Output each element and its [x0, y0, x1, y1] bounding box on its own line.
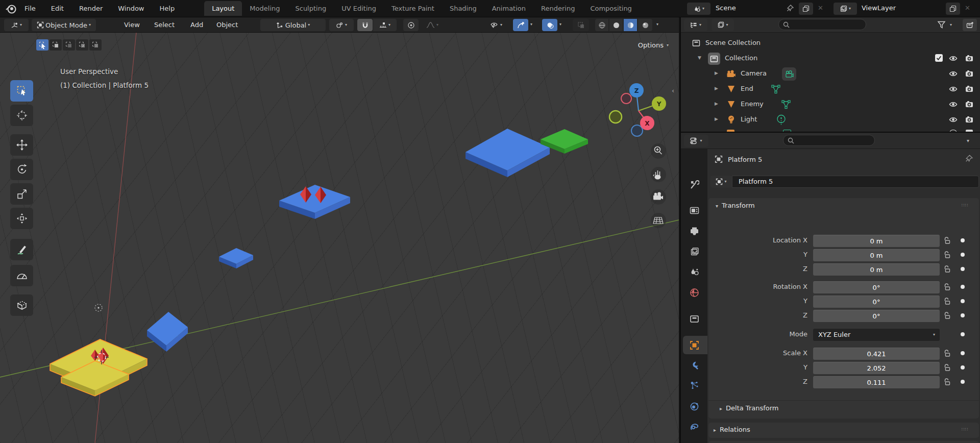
pivot-point-dropdown[interactable]: ▾ [329, 19, 354, 31]
move-tool[interactable] [10, 134, 33, 156]
properties-editor-type-button[interactable]: ▾ [684, 135, 708, 147]
transform-panel-header[interactable]: ▾Transform [716, 202, 755, 209]
select-mode-set[interactable] [36, 39, 48, 51]
properties-options-chevron[interactable]: ▾ [967, 138, 969, 143]
shading-dropdown-chevron[interactable]: ▾ [656, 22, 658, 27]
tab-collection[interactable] [688, 313, 700, 325]
tab-compositing[interactable]: Compositing [582, 1, 640, 16]
outliner-search-input[interactable] [778, 19, 866, 30]
scale-z-field[interactable]: 0.111 [813, 376, 940, 388]
tab-modeling[interactable]: Modeling [242, 1, 287, 16]
tab-physics[interactable] [688, 400, 700, 412]
select-box-tool[interactable] [10, 80, 33, 102]
location-z-field[interactable]: 0 m [813, 263, 940, 276]
hide-eye-icon[interactable] [948, 115, 958, 125]
transform-tool[interactable] [10, 208, 33, 229]
menu-select[interactable]: Select [154, 21, 175, 29]
filter-icon[interactable] [937, 20, 946, 29]
rotate-tool[interactable] [10, 159, 33, 180]
collapse-icon[interactable]: ▶ [715, 116, 718, 121]
outliner-item-label[interactable]: End [741, 85, 753, 92]
lock-icon[interactable] [943, 363, 951, 372]
add-cube-tool[interactable] [10, 294, 33, 316]
xray-toggle[interactable] [573, 19, 589, 31]
axis-minus-z-ball[interactable] [631, 125, 643, 136]
filter-dropdown-chevron[interactable]: ▾ [950, 23, 952, 27]
tab-tool[interactable] [688, 179, 700, 191]
menu-file[interactable]: File [24, 5, 36, 12]
outliner-display-mode-dropdown[interactable]: ▾ [712, 19, 734, 31]
cursor-tool[interactable] [10, 105, 33, 126]
axis-minus-x-ball[interactable] [621, 93, 631, 104]
collapse-icon[interactable]: ▶ [715, 70, 718, 76]
animate-dot[interactable] [961, 238, 965, 242]
disable-render-camera-icon[interactable] [965, 54, 974, 63]
menu-help[interactable]: Help [160, 5, 175, 12]
collapse-icon[interactable]: ▶ [715, 86, 718, 91]
hide-eye-icon[interactable] [948, 69, 958, 79]
location-x-field[interactable]: 0 m [813, 235, 940, 247]
scene-name[interactable]: Scene [716, 4, 736, 12]
outliner-item-label[interactable]: Scene Collection [705, 39, 761, 46]
animate-dot[interactable] [961, 380, 965, 384]
lock-icon[interactable] [943, 283, 951, 291]
shading-rendered-button[interactable] [638, 19, 652, 31]
scene-unlink-icon[interactable]: ✕ [818, 4, 823, 12]
relations-panel-header[interactable]: ▸Relations [714, 426, 750, 433]
hide-eye-icon[interactable] [948, 100, 958, 109]
tab-constraints[interactable] [688, 421, 700, 433]
outliner-item-label[interactable]: Enemy [741, 100, 764, 108]
menu-add[interactable]: Add [190, 21, 203, 29]
proportional-editing-toggle[interactable] [403, 19, 419, 31]
panel-grip[interactable]: ∷∷ [962, 203, 968, 208]
overlays-dropdown-chevron[interactable]: ▾ [559, 22, 561, 27]
object-name-field[interactable]: Platform 5 [732, 176, 979, 188]
platform-object[interactable] [465, 129, 550, 177]
lock-icon[interactable] [943, 311, 951, 319]
transform-orientation-dropdown[interactable]: Global ▾ [260, 19, 326, 31]
outliner-row-partial[interactable] [681, 128, 980, 132]
platform-object[interactable] [147, 312, 188, 352]
hide-eye-icon[interactable] [948, 54, 958, 63]
tab-layout[interactable]: Layout [204, 1, 242, 16]
viewlayer-name[interactable]: ViewLayer [862, 4, 896, 12]
viewlayer-type-dropdown[interactable]: ▾ [834, 3, 857, 15]
scale-tool[interactable] [10, 183, 33, 205]
tab-object[interactable] [688, 339, 700, 351]
shading-solid-button[interactable] [609, 19, 623, 31]
viewlayer-copy-button[interactable] [946, 3, 960, 15]
lock-icon[interactable] [943, 251, 951, 259]
menu-edit[interactable]: Edit [51, 5, 64, 12]
tab-object-data[interactable] [688, 441, 700, 443]
lock-icon[interactable] [943, 265, 951, 273]
menu-window[interactable]: Window [118, 5, 144, 12]
platform-object[interactable] [219, 248, 253, 268]
disable-render-camera-icon[interactable] [965, 115, 974, 124]
menu-object[interactable]: Object [216, 21, 238, 29]
outliner-item-label[interactable]: Collection [725, 54, 757, 62]
collapse-icon[interactable]: ▶ [715, 101, 718, 106]
menu-render[interactable]: Render [79, 5, 103, 12]
delta-transform-panel-header[interactable]: ▸Delta Transform [720, 404, 779, 412]
rotation-x-field[interactable]: 0° [813, 281, 940, 293]
tab-uv-editing[interactable]: UV Editing [334, 1, 384, 16]
rotation-mode-dropdown[interactable]: XYZ Euler ▾ [813, 329, 940, 341]
outliner-item-label[interactable]: Camera [741, 69, 767, 77]
disable-render-camera-icon[interactable] [965, 69, 974, 78]
scale-x-field[interactable]: 0.421 [813, 348, 940, 360]
tab-scene[interactable] [688, 265, 700, 278]
animate-dot[interactable] [961, 285, 965, 289]
lock-icon[interactable] [943, 236, 951, 244]
light-object[interactable] [95, 304, 102, 311]
annotate-tool[interactable] [10, 239, 33, 260]
tab-view-layer[interactable] [688, 245, 700, 258]
outliner-row-enemy[interactable]: ▶ Enemy [681, 97, 980, 112]
snap-settings-dropdown[interactable]: ▾ [373, 19, 397, 31]
select-mode-intersect[interactable] [89, 39, 102, 51]
tab-animation[interactable]: Animation [484, 1, 533, 16]
tab-world[interactable] [688, 286, 700, 299]
viewlayer-remove-icon[interactable]: ✕ [965, 4, 970, 12]
select-mode-subtract[interactable] [63, 39, 75, 51]
proportional-falloff-dropdown[interactable]: ▾ [421, 19, 444, 31]
outliner-editor-type-button[interactable]: ▾ [684, 19, 707, 31]
